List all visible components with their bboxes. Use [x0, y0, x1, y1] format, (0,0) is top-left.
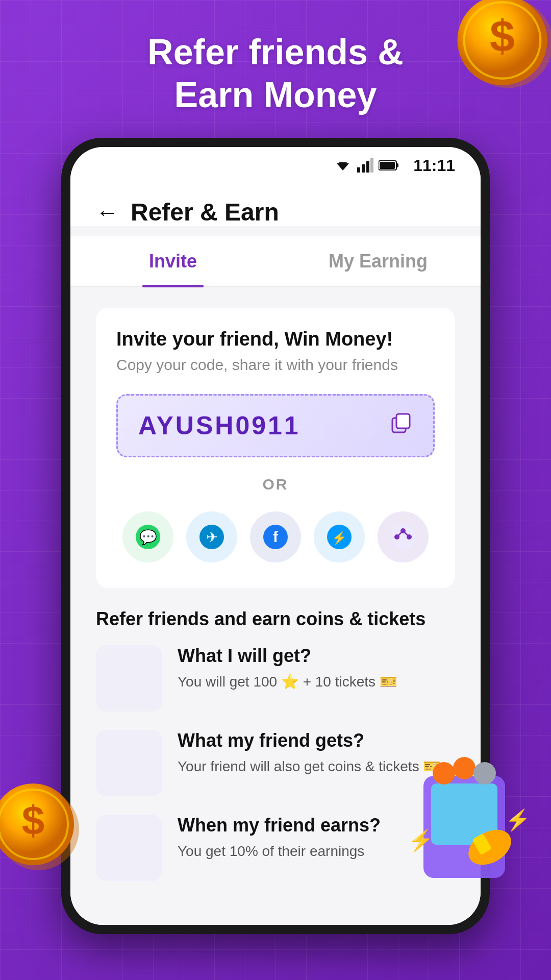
coin-decoration-top-right: $ — [449, 0, 551, 102]
svg-text:💬: 💬 — [139, 529, 157, 546]
back-button[interactable]: ← — [96, 200, 118, 225]
earn-icon-box-3 — [96, 815, 162, 881]
earn-question-1: What I will get? — [178, 645, 397, 667]
status-bar: 11:11 — [70, 147, 481, 184]
tab-my-earning[interactable]: My Earning — [276, 236, 481, 286]
invite-title: Invite your friend, Win Money! — [116, 328, 435, 350]
earn-icon-box-1 — [96, 645, 162, 712]
earn-icon-box-2 — [96, 730, 162, 796]
svg-rect-19 — [357, 167, 360, 173]
coin-decoration-bottom-left: $ — [0, 776, 87, 878]
tabs-container: Invite My Earning — [70, 236, 481, 287]
battery-icon — [379, 160, 399, 171]
svg-rect-24 — [396, 163, 398, 167]
invite-subtitle: Copy your code, share it with your frien… — [116, 356, 435, 374]
svg-rect-20 — [362, 164, 365, 173]
svg-text:$: $ — [490, 11, 515, 61]
wifi-icon — [334, 158, 352, 173]
referral-code: AYUSH0911 — [138, 411, 300, 440]
megaphone-decoration: ⚡ ⚡ — [393, 745, 536, 888]
status-time: 11:11 — [413, 156, 455, 175]
svg-text:f: f — [273, 528, 279, 545]
tab-invite[interactable]: Invite — [70, 236, 276, 286]
referral-code-box[interactable]: AYUSH0911 — [116, 394, 435, 457]
svg-text:✈: ✈ — [206, 529, 218, 545]
copy-icon[interactable] — [390, 412, 413, 439]
svg-rect-27 — [396, 414, 410, 428]
more-share-button[interactable] — [378, 511, 429, 562]
svg-text:⚡: ⚡ — [332, 530, 347, 545]
telegram-share-button[interactable]: ✈ — [186, 511, 237, 562]
app-header: ← Refer & Earn — [70, 184, 481, 226]
svg-text:$: $ — [22, 798, 45, 843]
share-buttons-row: 💬 ✈ f — [116, 511, 435, 562]
facebook-share-button[interactable]: f — [250, 511, 301, 562]
page-title: Refer & Earn — [131, 198, 279, 226]
earn-item-1: What I will get? You will get 100 ⭐ + 10… — [96, 645, 455, 712]
svg-point-11 — [453, 757, 475, 779]
invite-section: Invite your friend, Win Money! Copy your… — [96, 308, 455, 588]
whatsapp-share-button[interactable]: 💬 — [122, 511, 173, 562]
earn-answer-1: You will get 100 ⭐ + 10 tickets 🎫 — [178, 672, 397, 692]
svg-rect-25 — [380, 162, 395, 169]
svg-text:⚡: ⚡ — [408, 828, 434, 852]
earn-text-1: What I will get? You will get 100 ⭐ + 10… — [178, 645, 397, 692]
refer-section-title: Refer friends and earn coins & tickets — [96, 608, 455, 630]
svg-point-12 — [473, 762, 496, 785]
earn-text-3: When my friend earns? You get 10% of the… — [178, 815, 381, 861]
messenger-share-button[interactable]: ⚡ — [314, 511, 365, 562]
signal-icon — [357, 158, 373, 173]
svg-rect-21 — [366, 161, 369, 173]
svg-point-10 — [433, 762, 455, 785]
earn-question-3: When my friend earns? — [178, 815, 381, 836]
svg-rect-22 — [370, 158, 373, 173]
svg-text:⚡: ⚡ — [505, 807, 531, 832]
or-divider: OR — [116, 476, 435, 493]
earn-answer-3: You get 10% of their earnings — [178, 841, 381, 861]
status-icons — [334, 158, 399, 173]
